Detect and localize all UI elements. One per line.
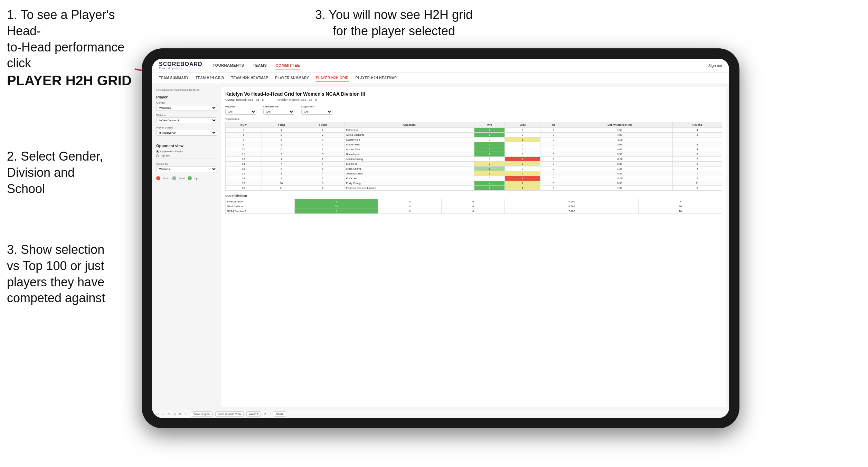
subnav-team-summary[interactable]: TEAM SUMMARY (159, 75, 189, 82)
ood-cell-diff: 7.400 (505, 209, 639, 214)
cell-tie: 0 (540, 157, 567, 162)
ood-table-row: NAIA Division 1 15 0 0 9.267 30 (226, 204, 722, 209)
colour-by-select[interactable]: Win/loss (156, 166, 217, 172)
subnav-team-h2h-grid[interactable]: TEAM H2H GRID (196, 75, 224, 82)
opponent-filter-select[interactable]: (All) (301, 109, 332, 115)
colour-by-label: Colour by (156, 162, 217, 165)
subnav-team-h2h-heatmap[interactable]: TEAM H2H HEATMAP (231, 75, 268, 82)
out-of-division-section: Out of division Foreign Team 1 0 0 4.500… (225, 194, 722, 214)
cell-tie: 0 (540, 147, 567, 152)
cell-diff: 4.00 (567, 133, 672, 137)
cell-reg: 2 (262, 133, 301, 137)
toolbar-expand[interactable]: ↗ (264, 412, 266, 416)
ood-cell-tie: 0 (442, 209, 505, 214)
ood-cell-rounds: 2 (639, 199, 722, 204)
view-original-btn[interactable]: View: Original (191, 411, 213, 417)
radio-top100[interactable]: Top 100 (156, 154, 217, 157)
cell-div: 6 (226, 137, 262, 142)
th-rounds: Rounds (672, 122, 722, 128)
cell-diff: -5.00 (567, 176, 672, 181)
instruction-line2: to-Head performance click (7, 40, 124, 70)
cell-reg: 2 (262, 152, 301, 157)
sidebar: Last Updated: 27/03/2024 16:55:38 Player… (152, 84, 221, 410)
cell-opponent: Esther Lee (345, 128, 474, 133)
th-win: Win (474, 122, 505, 128)
cell-tie: 0 (540, 128, 567, 133)
gender-label: Gender (156, 101, 217, 104)
colour-by-section: Colour by Win/loss Down Level Up (156, 162, 217, 180)
cell-rounds: 6 (672, 186, 722, 191)
colour-dot-level (172, 176, 176, 180)
nav-item-tournaments[interactable]: TOURNAMENTS (213, 62, 244, 69)
cell-tie: 0 (540, 166, 567, 171)
out-of-division-title: Out of division (225, 194, 722, 198)
th-conf: # Conf (301, 122, 344, 128)
cell-conf: 4 (301, 171, 344, 176)
cell-div: 5 (226, 133, 262, 137)
cell-div: 16 (226, 171, 262, 176)
subnav-player-summary[interactable]: PLAYER SUMMARY (275, 75, 309, 82)
cell-opponent: Jessica Huang (345, 157, 474, 162)
filter-group-conference: Conference (All) (263, 105, 294, 115)
cell-rounds: 2 (672, 157, 722, 162)
region-filter-select[interactable]: (All) (225, 109, 256, 115)
toolbar-grid[interactable]: ⊞ (173, 412, 176, 416)
cell-diff: 1.50 (567, 128, 672, 133)
toolbar-refresh[interactable]: ↺ (179, 412, 182, 416)
division-select[interactable]: NCAA Division III (156, 117, 217, 123)
toolbar-back[interactable]: ← (162, 412, 165, 416)
cell-tie: 0 (540, 181, 567, 186)
radio-opponents-played[interactable]: Opponents Played (156, 150, 217, 153)
th-tie: Tie (540, 122, 567, 128)
instruction-top-left: 1. To see a Player's Head- to-Head perfo… (7, 7, 138, 89)
colour-dot-up (188, 176, 192, 180)
gender-select[interactable]: Women's (156, 105, 217, 111)
nav-item-committee[interactable]: COMMITTEE (275, 62, 300, 69)
cell-reg: 11 (262, 186, 301, 191)
toolbar-redo[interactable]: ↪ (168, 412, 171, 416)
grid-title: Katelyn Vo Head-to-Head Grid for Women's… (225, 91, 722, 97)
cell-win: 4 (474, 181, 505, 186)
table-row: 14 7 4 Eunice Yi 2 2 0 0.38 9 (226, 162, 722, 166)
filter-group-opponent: Opponent (All) (301, 105, 332, 115)
share-btn[interactable]: Share (274, 411, 286, 417)
cell-conf: 5 (301, 152, 344, 157)
conference-filter-select[interactable]: (All) (263, 109, 294, 115)
cell-div: 14 (226, 162, 262, 166)
instruction-bot-line1: 3. Show selection (7, 242, 104, 257)
watch-btn[interactable]: Watch ▾ (246, 411, 261, 417)
cell-reg: 1 (262, 142, 301, 147)
toolbar-clock[interactable]: ⏱ (185, 412, 188, 416)
instruction-bot-line2: vs Top 100 or just (7, 259, 104, 273)
subnav-player-h2h-grid[interactable]: PLAYER H2H GRID (316, 75, 349, 82)
colour-legend: Down Level Up (156, 176, 217, 180)
cell-tie: 0 (540, 186, 567, 191)
cell-opponent: Euna Lee (345, 176, 474, 181)
cell-win: 2 (474, 147, 505, 152)
conference-filter-label: Conference (263, 105, 294, 108)
ood-cell-tie: 0 (442, 199, 505, 204)
cell-reg: 8 (262, 166, 301, 171)
nav-item-teams[interactable]: TEAMS (253, 62, 267, 69)
opponents-label: Opponents: (225, 117, 722, 121)
toolbar-undo[interactable]: ↩ (156, 412, 159, 416)
table-row: 3 1 1 Esther Lee 1 0 0 1.50 4 (226, 128, 722, 133)
ood-cell-rounds: 30 (639, 204, 722, 209)
cell-opponent: Eunice Yi (345, 162, 474, 166)
filter-group-region: Region (All) (225, 105, 256, 115)
subnav-player-h2h-heatmap[interactable]: PLAYER H2H HEATMAP (356, 75, 397, 82)
cell-diff: -0.94 (567, 171, 672, 176)
out-of-division-table: Foreign Team 1 0 0 4.500 2 NAIA Division… (225, 199, 722, 214)
instruction-bot-line3: players they have (7, 275, 104, 289)
toolbar-resize[interactable]: ↕ (269, 412, 271, 416)
main-content: Last Updated: 27/03/2024 16:55:38 Player… (152, 84, 729, 410)
ood-cell-loss: 0 (378, 204, 441, 209)
cell-conf: 6 (301, 181, 344, 186)
ood-cell-name: NAIA Division 1 (226, 204, 295, 209)
cell-conf: 4 (301, 142, 344, 147)
save-custom-view-btn[interactable]: Save Custom View (215, 411, 243, 417)
sign-out-link[interactable]: Sign out (708, 64, 722, 68)
colour-label-up: Up (195, 177, 198, 180)
player-rank-select[interactable]: 8. Katelyn Vo (156, 130, 217, 136)
cell-diff: 1.25 (567, 166, 672, 171)
